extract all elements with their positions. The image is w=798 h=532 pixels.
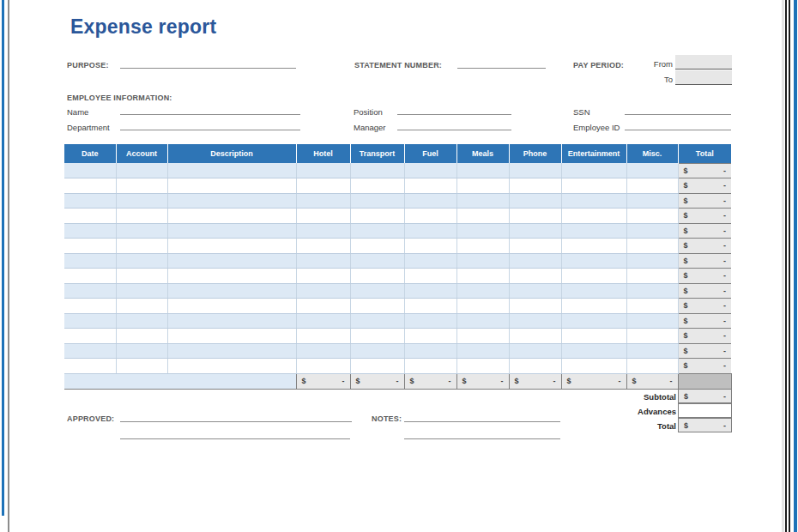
expense-cell[interactable] bbox=[64, 253, 116, 269]
expense-cell[interactable] bbox=[116, 329, 167, 344]
expense-cell[interactable] bbox=[404, 223, 456, 239]
expense-cell[interactable] bbox=[64, 329, 116, 344]
subtotal-value-cell[interactable]: $ - bbox=[678, 389, 732, 403]
expense-cell[interactable] bbox=[561, 178, 626, 194]
column-total-cell-entertainment[interactable]: $- bbox=[561, 373, 626, 389]
expense-cell[interactable] bbox=[509, 223, 561, 239]
expense-cell[interactable] bbox=[509, 163, 561, 178]
expense-cell[interactable] bbox=[296, 209, 350, 224]
row-total-cell[interactable]: $- bbox=[678, 329, 731, 344]
expense-cell[interactable] bbox=[350, 359, 404, 374]
expense-cell[interactable] bbox=[404, 239, 456, 254]
expense-cell[interactable] bbox=[350, 343, 404, 359]
expense-cell[interactable] bbox=[561, 223, 626, 239]
column-total-cell-hotel[interactable]: $- bbox=[296, 373, 350, 389]
expense-cell[interactable] bbox=[167, 283, 296, 299]
expense-cell[interactable] bbox=[296, 193, 350, 209]
expense-cell[interactable] bbox=[167, 239, 296, 254]
expense-cell[interactable] bbox=[509, 178, 561, 194]
expense-cell[interactable] bbox=[116, 313, 167, 329]
expense-cell[interactable] bbox=[456, 283, 509, 299]
expense-cell[interactable] bbox=[509, 343, 561, 359]
expense-cell[interactable] bbox=[116, 163, 167, 178]
row-total-cell[interactable]: $- bbox=[678, 299, 731, 314]
row-total-cell[interactable]: $- bbox=[678, 359, 731, 374]
expense-cell[interactable] bbox=[64, 343, 116, 359]
expense-cell[interactable] bbox=[404, 193, 456, 209]
expense-cell[interactable] bbox=[64, 163, 116, 178]
expense-cell[interactable] bbox=[509, 193, 561, 209]
expense-cell[interactable] bbox=[626, 253, 678, 269]
expense-cell[interactable] bbox=[296, 269, 350, 284]
expense-cell[interactable] bbox=[509, 299, 561, 314]
expense-cell[interactable] bbox=[509, 283, 561, 299]
expense-cell[interactable] bbox=[561, 359, 626, 374]
expense-cell[interactable] bbox=[626, 329, 678, 344]
row-total-cell[interactable]: $- bbox=[678, 313, 731, 329]
expense-cell[interactable] bbox=[296, 343, 350, 359]
expense-cell[interactable] bbox=[64, 178, 116, 194]
column-total-cell-misc[interactable]: $- bbox=[626, 373, 678, 389]
expense-cell[interactable] bbox=[626, 359, 678, 374]
expense-cell[interactable] bbox=[116, 253, 167, 269]
expense-cell[interactable] bbox=[296, 329, 350, 344]
expense-cell[interactable] bbox=[561, 329, 626, 344]
expense-cell[interactable] bbox=[116, 223, 167, 239]
row-total-cell[interactable]: $- bbox=[678, 178, 731, 194]
expense-cell[interactable] bbox=[561, 299, 626, 314]
expense-cell[interactable] bbox=[404, 313, 456, 329]
expense-cell[interactable] bbox=[296, 223, 350, 239]
expense-cell[interactable] bbox=[64, 239, 116, 254]
expense-cell[interactable] bbox=[456, 269, 509, 284]
expense-cell[interactable] bbox=[626, 283, 678, 299]
name-field[interactable] bbox=[120, 103, 300, 115]
expense-cell[interactable] bbox=[167, 313, 296, 329]
row-total-cell[interactable]: $- bbox=[678, 209, 731, 224]
row-total-cell[interactable]: $- bbox=[678, 223, 731, 239]
expense-cell[interactable] bbox=[167, 163, 296, 178]
expense-cell[interactable] bbox=[561, 209, 626, 224]
expense-cell[interactable] bbox=[509, 239, 561, 254]
expense-cell[interactable] bbox=[626, 193, 678, 209]
expense-cell[interactable] bbox=[456, 239, 509, 254]
expense-cell[interactable] bbox=[456, 299, 509, 314]
expense-cell[interactable] bbox=[456, 223, 509, 239]
expense-cell[interactable] bbox=[350, 239, 404, 254]
expense-cell[interactable] bbox=[456, 313, 509, 329]
advances-value-cell[interactable] bbox=[678, 403, 732, 418]
row-total-cell[interactable]: $- bbox=[678, 239, 731, 254]
expense-cell[interactable] bbox=[509, 209, 561, 224]
expense-cell[interactable] bbox=[64, 299, 116, 314]
expense-cell[interactable] bbox=[296, 163, 350, 178]
ssn-field[interactable] bbox=[625, 103, 731, 115]
expense-cell[interactable] bbox=[167, 253, 296, 269]
expense-cell[interactable] bbox=[561, 283, 626, 299]
column-total-cell-fuel[interactable]: $- bbox=[404, 373, 456, 389]
column-total-cell-phone[interactable]: $- bbox=[509, 373, 561, 389]
expense-cell[interactable] bbox=[296, 359, 350, 374]
expense-cell[interactable] bbox=[404, 359, 456, 374]
expense-cell[interactable] bbox=[64, 209, 116, 224]
expense-cell[interactable] bbox=[350, 193, 404, 209]
expense-cell[interactable] bbox=[350, 329, 404, 344]
expense-cell[interactable] bbox=[350, 253, 404, 269]
expense-cell[interactable] bbox=[456, 209, 509, 224]
expense-cell[interactable] bbox=[626, 223, 678, 239]
expense-cell[interactable] bbox=[296, 239, 350, 254]
expense-cell[interactable] bbox=[456, 329, 509, 344]
row-total-cell[interactable]: $- bbox=[678, 269, 731, 284]
department-field[interactable] bbox=[120, 118, 300, 130]
expense-cell[interactable] bbox=[626, 343, 678, 359]
expense-cell[interactable] bbox=[561, 253, 626, 269]
expense-cell[interactable] bbox=[350, 269, 404, 284]
expense-cell[interactable] bbox=[116, 193, 167, 209]
expense-cell[interactable] bbox=[296, 283, 350, 299]
manager-field[interactable] bbox=[397, 118, 511, 130]
expense-cell[interactable] bbox=[350, 163, 404, 178]
expense-cell[interactable] bbox=[116, 269, 167, 284]
expense-cell[interactable] bbox=[456, 163, 509, 178]
expense-cell[interactable] bbox=[167, 209, 296, 224]
expense-cell[interactable] bbox=[509, 329, 561, 344]
expense-cell[interactable] bbox=[561, 239, 626, 254]
expense-cell[interactable] bbox=[404, 163, 456, 178]
